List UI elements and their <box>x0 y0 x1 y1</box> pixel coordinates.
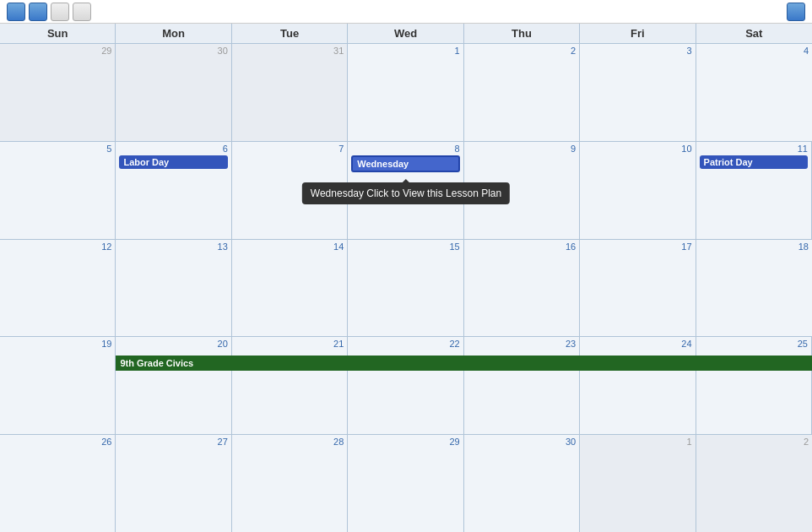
day-cell-3-5: 24 <box>580 337 696 434</box>
day-number: 30 <box>468 437 576 447</box>
prev-button[interactable] <box>7 3 25 21</box>
day-cell-4-6: 2 <box>696 435 812 532</box>
day-cell-2-5: 17 <box>580 240 696 337</box>
day-number: 5 <box>3 144 111 154</box>
day-cell-2-4: 16 <box>464 240 580 337</box>
day-header-sat: Sat <box>696 24 812 43</box>
day-cell-0-1: 30 <box>116 44 231 141</box>
day-cell-4-5: 1 <box>580 435 696 532</box>
day-number: 3 <box>583 46 691 56</box>
day-number: 28 <box>235 437 344 447</box>
calendar-grid: SunMonTueWedThuFriSat 293031123456Labor … <box>0 24 812 532</box>
day-cell-3-4: 23 <box>464 337 580 434</box>
day-number: 24 <box>583 339 691 349</box>
day-number: 6 <box>119 144 227 154</box>
day-cell-2-6: 18 <box>696 240 812 337</box>
day-number: 19 <box>3 339 111 349</box>
day-cell-4-3: 29 <box>348 435 463 532</box>
day-number: 13 <box>119 242 227 252</box>
day-number: 21 <box>235 339 344 349</box>
week-row-1: 56Labor Day78Wednesday91011Patriot DayWe… <box>0 142 812 240</box>
day-cell-0-2: 31 <box>232 44 348 141</box>
day-cell-0-3: 1 <box>348 44 463 141</box>
day-number: 23 <box>468 339 576 349</box>
day-number: 20 <box>119 339 227 349</box>
week-row-3: 192021222324259th Grade Civics <box>0 337 812 435</box>
day-number: 25 <box>700 339 808 349</box>
day-number: 4 <box>700 46 809 56</box>
day-cell-1-2: 7 <box>232 142 348 239</box>
day-cell-3-0: 19 <box>0 337 116 434</box>
day-headers-row: SunMonTueWedThuFriSat <box>0 24 812 44</box>
day-cell-3-6: 25 <box>696 337 812 434</box>
day-number: 29 <box>351 437 459 447</box>
calendar-header <box>0 0 812 24</box>
day-cell-1-1: 6Labor Day <box>116 142 231 239</box>
day-cell-4-0: 26 <box>0 435 116 532</box>
day-header-tue: Tue <box>232 24 348 43</box>
day-number: 15 <box>351 242 459 252</box>
day-number: 12 <box>3 242 111 252</box>
day-cell-3-3: 22 <box>348 337 463 434</box>
day-cell-4-1: 27 <box>116 435 231 532</box>
day-cell-0-4: 2 <box>464 44 580 141</box>
collapse-button[interactable] <box>73 3 91 21</box>
day-cell-0-0: 29 <box>0 44 116 141</box>
day-header-sun: Sun <box>0 24 116 43</box>
today-button[interactable] <box>51 3 69 21</box>
day-header-fri: Fri <box>580 24 696 43</box>
day-number: 1 <box>583 437 691 447</box>
day-number: 27 <box>119 437 227 447</box>
day-cell-1-0: 5 <box>0 142 116 239</box>
day-number: 1 <box>351 46 459 56</box>
nav-controls <box>7 3 91 21</box>
day-cell-2-0: 12 <box>0 240 116 337</box>
day-number: 11 <box>700 144 808 154</box>
day-number: 29 <box>3 46 111 56</box>
week-row-4: 262728293012 <box>0 435 812 532</box>
event-bar[interactable]: Patriot Day <box>700 155 808 169</box>
day-number: 7 <box>235 144 344 154</box>
day-cell-4-4: 30 <box>464 435 580 532</box>
day-header-wed: Wed <box>348 24 463 43</box>
day-number: 30 <box>119 46 227 56</box>
day-header-mon: Mon <box>116 24 231 43</box>
day-cell-1-4: 9 <box>464 142 580 239</box>
day-number: 22 <box>351 339 459 349</box>
day-number: 26 <box>3 437 111 447</box>
day-number: 18 <box>700 242 809 252</box>
day-number: 2 <box>700 437 809 447</box>
day-cell-0-5: 3 <box>580 44 696 141</box>
event-bar[interactable]: Wednesday <box>351 155 459 172</box>
day-cell-4-2: 28 <box>232 435 348 532</box>
day-number: 17 <box>583 242 691 252</box>
day-number: 8 <box>351 144 459 154</box>
event-bar[interactable]: Labor Day <box>119 155 227 169</box>
day-number: 14 <box>235 242 344 252</box>
span-event[interactable]: 9th Grade Civics <box>116 356 812 371</box>
week-row-0: 2930311234 <box>0 44 812 142</box>
weeks-container: 293031123456Labor Day78Wednesday91011Pat… <box>0 44 812 532</box>
week-row-2: 12131415161718 <box>0 240 812 338</box>
day-cell-3-1: 20 <box>116 337 231 434</box>
day-cell-1-6: 11Patriot Day <box>696 142 812 239</box>
day-cell-0-6: 4 <box>696 44 812 141</box>
day-cell-1-3: 8Wednesday <box>348 142 463 239</box>
day-number: 2 <box>468 46 576 56</box>
day-number: 10 <box>583 144 691 154</box>
day-number: 16 <box>468 242 576 252</box>
day-number: 31 <box>235 46 344 56</box>
day-cell-2-2: 14 <box>232 240 348 337</box>
day-cell-2-3: 15 <box>348 240 463 337</box>
next-button[interactable] <box>29 3 47 21</box>
day-cell-1-5: 10 <box>580 142 696 239</box>
day-number: 9 <box>468 144 576 154</box>
month-button[interactable] <box>787 3 805 21</box>
day-cell-2-1: 13 <box>116 240 231 337</box>
day-cell-3-2: 21 <box>232 337 348 434</box>
day-header-thu: Thu <box>464 24 580 43</box>
